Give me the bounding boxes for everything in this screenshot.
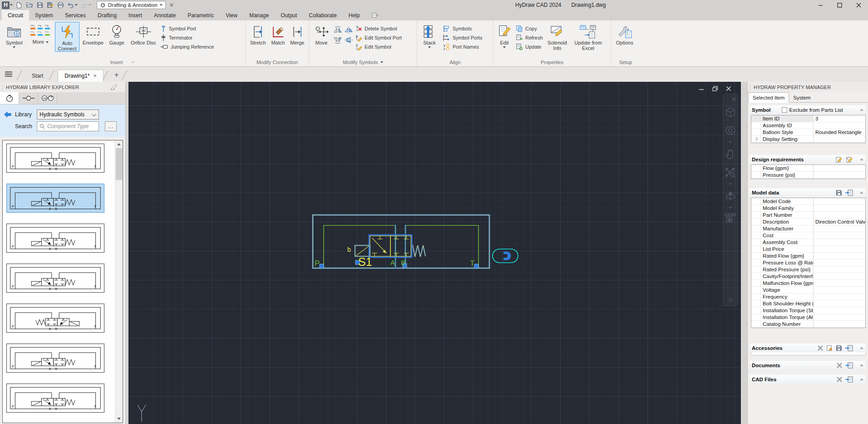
merge-button[interactable]: Merge — [288, 22, 306, 45]
delete-cad-file-icon[interactable] — [837, 377, 842, 382]
property-value[interactable] — [814, 246, 865, 252]
row-gutter[interactable] — [751, 300, 761, 307]
edit-symbol-port-button[interactable]: Edit Symbol Port — [355, 34, 402, 42]
row-gutter[interactable] — [751, 212, 761, 218]
property-value[interactable] — [814, 280, 865, 286]
new-drawing-button[interactable] — [15, 1, 23, 9]
delete-symbol-button[interactable]: Delete Symbol — [355, 25, 402, 33]
app-menu-button[interactable]: H — [2, 1, 13, 9]
row-gutter[interactable] — [751, 321, 761, 327]
gauge-button[interactable]: Gauge — [107, 22, 127, 45]
ribbon-tab[interactable]: Manage — [243, 10, 275, 20]
advanced-search-button[interactable]: ... — [105, 121, 117, 131]
terminator-button[interactable]: Terminator — [160, 34, 214, 42]
ribbon-tab[interactable]: Parametric — [182, 10, 220, 20]
tab-accessories-symbols[interactable] — [19, 92, 38, 104]
property-value[interactable] — [814, 122, 865, 129]
ribbon-display-toggle[interactable] — [368, 10, 382, 20]
collapse-section-icon[interactable] — [860, 109, 863, 111]
envelope-button[interactable]: Envelope — [81, 22, 105, 45]
group-label-insert[interactable]: Insert — [0, 59, 245, 66]
tab-valves[interactable] — [0, 92, 19, 104]
minimize-button[interactable] — [811, 0, 830, 10]
update-properties-button[interactable]: Update — [516, 43, 543, 51]
library-dropdown[interactable]: Hydraulic Symbols — [37, 110, 99, 120]
row-gutter[interactable] — [751, 172, 761, 178]
ribbon-tab[interactable]: View — [220, 10, 243, 20]
solenoid-info-button[interactable]: Solenoid Info — [546, 22, 569, 51]
row-gutter[interactable] — [751, 266, 761, 273]
zoom-button[interactable] — [725, 163, 736, 181]
workspace-selector[interactable]: Drafting & Annotation — [97, 1, 166, 9]
qat-customize-button[interactable] — [168, 1, 176, 9]
undo-button[interactable] — [67, 1, 79, 9]
navbar-collapse-button[interactable] — [728, 296, 733, 304]
new-tab-button[interactable]: + — [114, 70, 119, 80]
navbar-dropdown[interactable] — [729, 205, 732, 210]
orifice-disc-button[interactable]: Orifice Disc — [128, 22, 158, 45]
row-gutter[interactable] — [751, 129, 761, 135]
search-input[interactable]: Component Type — [37, 121, 99, 131]
export-accessories-icon[interactable] — [845, 345, 853, 351]
property-value[interactable] — [814, 239, 865, 245]
row-gutter[interactable] — [751, 232, 761, 239]
collapse-section-icon[interactable] — [860, 347, 863, 349]
ribbon-tab[interactable]: Drafting — [92, 10, 123, 20]
property-value[interactable] — [814, 172, 865, 178]
row-gutter[interactable] — [751, 259, 761, 266]
row-gutter[interactable] — [751, 225, 761, 232]
align-port-names-button[interactable]: yz Port Names — [443, 43, 482, 51]
property-tab[interactable]: System — [789, 92, 814, 103]
mirror-horizontal-button[interactable] — [344, 35, 354, 45]
maximize-button[interactable] — [830, 0, 849, 10]
exclude-from-parts-list[interactable]: Exclude from Parts List — [782, 107, 843, 113]
scroll-up-button[interactable] — [115, 140, 123, 148]
align-symbol-ports-button[interactable]: Symbol Ports — [443, 34, 482, 42]
orbit-button[interactable] — [725, 187, 736, 205]
symbol-thumbnail[interactable]: P A B T — [6, 384, 104, 413]
symbol-thumbnail[interactable]: P A B T — [6, 304, 104, 333]
tab-start[interactable]: Start — [25, 70, 49, 82]
library-edit-button[interactable] — [110, 83, 118, 91]
save-model-data-icon[interactable] — [836, 190, 842, 196]
property-value[interactable] — [814, 287, 865, 293]
checkbox[interactable] — [782, 107, 787, 113]
panel-grip[interactable] — [2, 84, 3, 90]
property-value[interactable] — [814, 212, 865, 218]
mirror-vertical-button[interactable] — [344, 25, 354, 35]
property-value[interactable]: Rounded Rectangle — [814, 129, 865, 135]
panel-grip[interactable] — [750, 84, 751, 90]
mirror-rotate-left-button[interactable] — [333, 25, 343, 35]
property-value[interactable] — [814, 232, 865, 239]
collapse-section-icon[interactable] — [860, 378, 863, 380]
close-button[interactable] — [849, 0, 868, 10]
property-value[interactable] — [814, 165, 865, 171]
symbol-port-button[interactable]: Symbol Port — [160, 25, 214, 33]
property-value[interactable] — [814, 198, 865, 205]
symbol-thumbnail[interactable]: P A B T — [6, 224, 104, 253]
property-value[interactable] — [814, 321, 865, 327]
pan-button[interactable] — [725, 145, 736, 163]
collapse-section-icon[interactable] — [860, 191, 863, 194]
back-arrow-icon[interactable] — [4, 111, 11, 118]
mirror-rotate-right-button[interactable] — [333, 35, 343, 45]
redo-button[interactable] — [80, 1, 92, 9]
delete-document-icon[interactable] — [837, 363, 842, 368]
symbol-thumbnail[interactable]: P A B T — [6, 184, 104, 213]
symbol-thumbnail[interactable]: P A B T — [6, 344, 104, 373]
group-label-modify-symbols[interactable]: Modify Symbols — [309, 59, 417, 66]
symbol-thumbnail[interactable]: P A B T — [6, 144, 104, 173]
plot-button[interactable] — [56, 1, 65, 9]
ribbon-tab[interactable]: Help — [343, 10, 366, 20]
ribbon-tab[interactable]: System — [29, 10, 59, 20]
align-symbols-button[interactable]: Symbols — [443, 25, 482, 33]
ribbon-tab[interactable]: Output — [275, 10, 303, 20]
tab-drawing1[interactable]: Drawing1* × — [58, 70, 103, 82]
update-from-excel-button[interactable]: Update from Excel — [572, 22, 605, 51]
open-button[interactable] — [25, 1, 34, 9]
save-as-button[interactable] — [46, 1, 54, 9]
ribbon-tab[interactable]: Circuit — [2, 10, 29, 20]
navbar-dropdown[interactable] — [729, 140, 732, 145]
property-value[interactable] — [814, 136, 865, 142]
scrollbar-thumb[interactable] — [116, 148, 122, 180]
